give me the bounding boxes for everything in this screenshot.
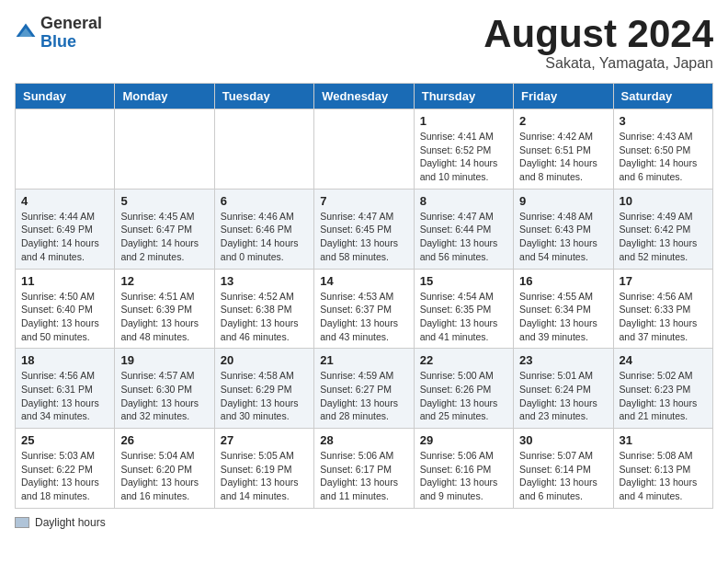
day-number: 19 — [120, 353, 208, 367]
day-cell: 21Sunrise: 4:59 AM Sunset: 6:27 PM Dayli… — [314, 349, 414, 429]
day-cell: 3Sunrise: 4:43 AM Sunset: 6:50 PM Daylig… — [613, 109, 712, 190]
day-cell: 27Sunrise: 5:05 AM Sunset: 6:19 PM Dayli… — [214, 429, 313, 509]
day-cell: 15Sunrise: 4:54 AM Sunset: 6:35 PM Dayli… — [414, 269, 513, 349]
day-number: 4 — [21, 194, 108, 208]
day-number: 14 — [320, 274, 407, 288]
day-number: 10 — [620, 194, 707, 208]
day-info: Sunrise: 5:00 AM Sunset: 6:26 PM Dayligh… — [420, 369, 507, 423]
header-row: SundayMondayTuesdayWednesdayThursdayFrid… — [16, 84, 713, 109]
legend-label: Daylight hours — [35, 516, 106, 529]
day-cell: 11Sunrise: 4:50 AM Sunset: 6:40 PM Dayli… — [16, 269, 115, 349]
day-number: 6 — [221, 194, 308, 208]
day-number: 8 — [420, 194, 507, 208]
day-info: Sunrise: 5:03 AM Sunset: 6:22 PM Dayligh… — [21, 449, 108, 503]
day-info: Sunrise: 4:46 AM Sunset: 6:46 PM Dayligh… — [221, 210, 308, 264]
week-row-2: 11Sunrise: 4:50 AM Sunset: 6:40 PM Dayli… — [16, 269, 713, 349]
day-number: 3 — [620, 114, 707, 128]
day-cell: 9Sunrise: 4:48 AM Sunset: 6:43 PM Daylig… — [514, 189, 613, 269]
week-row-3: 18Sunrise: 4:56 AM Sunset: 6:31 PM Dayli… — [16, 349, 713, 429]
week-row-0: 1Sunrise: 4:41 AM Sunset: 6:52 PM Daylig… — [16, 109, 713, 190]
legend-box — [15, 517, 29, 528]
day-cell: 5Sunrise: 4:45 AM Sunset: 6:47 PM Daylig… — [115, 189, 214, 269]
day-info: Sunrise: 5:01 AM Sunset: 6:24 PM Dayligh… — [519, 369, 607, 423]
day-cell: 17Sunrise: 4:56 AM Sunset: 6:33 PM Dayli… — [613, 269, 712, 349]
day-info: Sunrise: 5:08 AM Sunset: 6:13 PM Dayligh… — [620, 449, 707, 503]
day-cell: 31Sunrise: 5:08 AM Sunset: 6:13 PM Dayli… — [613, 429, 712, 509]
day-cell: 25Sunrise: 5:03 AM Sunset: 6:22 PM Dayli… — [16, 429, 115, 509]
day-number: 22 — [420, 353, 507, 367]
day-number: 1 — [420, 114, 507, 128]
day-info: Sunrise: 4:47 AM Sunset: 6:44 PM Dayligh… — [420, 210, 507, 264]
day-info: Sunrise: 5:04 AM Sunset: 6:20 PM Dayligh… — [120, 449, 208, 503]
header: General Blue August 2024 Sakata, Yamagat… — [15, 15, 713, 72]
day-cell — [214, 109, 313, 190]
day-number: 17 — [620, 274, 707, 288]
day-cell: 6Sunrise: 4:46 AM Sunset: 6:46 PM Daylig… — [214, 189, 313, 269]
day-cell: 23Sunrise: 5:01 AM Sunset: 6:24 PM Dayli… — [514, 349, 613, 429]
day-number: 27 — [221, 433, 308, 447]
day-cell: 12Sunrise: 4:51 AM Sunset: 6:39 PM Dayli… — [115, 269, 214, 349]
logo: General Blue — [15, 15, 102, 52]
day-info: Sunrise: 4:57 AM Sunset: 6:30 PM Dayligh… — [120, 369, 208, 423]
day-cell: 7Sunrise: 4:47 AM Sunset: 6:45 PM Daylig… — [314, 189, 414, 269]
legend: Daylight hours — [15, 516, 713, 529]
day-cell: 1Sunrise: 4:41 AM Sunset: 6:52 PM Daylig… — [414, 109, 513, 190]
day-cell — [115, 109, 214, 190]
day-cell: 26Sunrise: 5:04 AM Sunset: 6:20 PM Dayli… — [115, 429, 214, 509]
day-cell: 29Sunrise: 5:06 AM Sunset: 6:16 PM Dayli… — [414, 429, 513, 509]
day-cell: 24Sunrise: 5:02 AM Sunset: 6:23 PM Dayli… — [613, 349, 712, 429]
header-cell-tuesday: Tuesday — [214, 84, 313, 109]
day-number: 23 — [519, 353, 607, 367]
header-cell-thursday: Thursday — [414, 84, 513, 109]
header-cell-monday: Monday — [115, 84, 214, 109]
day-info: Sunrise: 4:53 AM Sunset: 6:37 PM Dayligh… — [320, 290, 407, 344]
day-number: 2 — [519, 114, 607, 128]
day-number: 24 — [620, 353, 707, 367]
day-info: Sunrise: 4:52 AM Sunset: 6:38 PM Dayligh… — [221, 290, 308, 344]
day-info: Sunrise: 4:59 AM Sunset: 6:27 PM Dayligh… — [320, 369, 407, 423]
day-info: Sunrise: 4:55 AM Sunset: 6:34 PM Dayligh… — [519, 290, 607, 344]
day-number: 12 — [120, 274, 208, 288]
day-number: 20 — [221, 353, 308, 367]
day-info: Sunrise: 4:51 AM Sunset: 6:39 PM Dayligh… — [120, 290, 208, 344]
day-info: Sunrise: 4:58 AM Sunset: 6:29 PM Dayligh… — [221, 369, 308, 423]
day-number: 30 — [519, 433, 607, 447]
day-cell: 30Sunrise: 5:07 AM Sunset: 6:14 PM Dayli… — [514, 429, 613, 509]
header-cell-friday: Friday — [514, 84, 613, 109]
day-number: 16 — [519, 274, 607, 288]
header-cell-wednesday: Wednesday — [314, 84, 414, 109]
day-cell: 16Sunrise: 4:55 AM Sunset: 6:34 PM Dayli… — [514, 269, 613, 349]
day-cell: 2Sunrise: 4:42 AM Sunset: 6:51 PM Daylig… — [514, 109, 613, 190]
day-cell — [314, 109, 414, 190]
day-info: Sunrise: 4:42 AM Sunset: 6:51 PM Dayligh… — [519, 130, 607, 184]
day-info: Sunrise: 4:54 AM Sunset: 6:35 PM Dayligh… — [420, 290, 507, 344]
header-cell-saturday: Saturday — [613, 84, 712, 109]
title-area: August 2024 Sakata, Yamagata, Japan — [483, 15, 713, 72]
day-info: Sunrise: 4:49 AM Sunset: 6:42 PM Dayligh… — [620, 210, 707, 264]
day-info: Sunrise: 4:50 AM Sunset: 6:40 PM Dayligh… — [21, 290, 108, 344]
day-number: 5 — [120, 194, 208, 208]
day-info: Sunrise: 4:43 AM Sunset: 6:50 PM Dayligh… — [620, 130, 707, 184]
day-info: Sunrise: 4:47 AM Sunset: 6:45 PM Dayligh… — [320, 210, 407, 264]
header-cell-sunday: Sunday — [16, 84, 115, 109]
day-info: Sunrise: 4:45 AM Sunset: 6:47 PM Dayligh… — [120, 210, 208, 264]
day-number: 28 — [320, 433, 407, 447]
week-row-4: 25Sunrise: 5:03 AM Sunset: 6:22 PM Dayli… — [16, 429, 713, 509]
logo-text: General Blue — [40, 15, 102, 52]
day-cell: 8Sunrise: 4:47 AM Sunset: 6:44 PM Daylig… — [414, 189, 513, 269]
day-number: 29 — [420, 433, 507, 447]
day-cell: 4Sunrise: 4:44 AM Sunset: 6:49 PM Daylig… — [16, 189, 115, 269]
day-cell: 13Sunrise: 4:52 AM Sunset: 6:38 PM Dayli… — [214, 269, 313, 349]
day-number: 9 — [519, 194, 607, 208]
logo-icon — [15, 22, 37, 44]
day-number: 7 — [320, 194, 407, 208]
day-number: 25 — [21, 433, 108, 447]
logo-blue: Blue — [40, 33, 102, 52]
day-cell: 22Sunrise: 5:00 AM Sunset: 6:26 PM Dayli… — [414, 349, 513, 429]
calendar-header: SundayMondayTuesdayWednesdayThursdayFrid… — [16, 84, 713, 109]
day-cell: 18Sunrise: 4:56 AM Sunset: 6:31 PM Dayli… — [16, 349, 115, 429]
main-title: August 2024 — [483, 15, 713, 53]
day-info: Sunrise: 5:06 AM Sunset: 6:16 PM Dayligh… — [420, 449, 507, 503]
day-number: 11 — [21, 274, 108, 288]
calendar-table: SundayMondayTuesdayWednesdayThursdayFrid… — [15, 83, 713, 509]
